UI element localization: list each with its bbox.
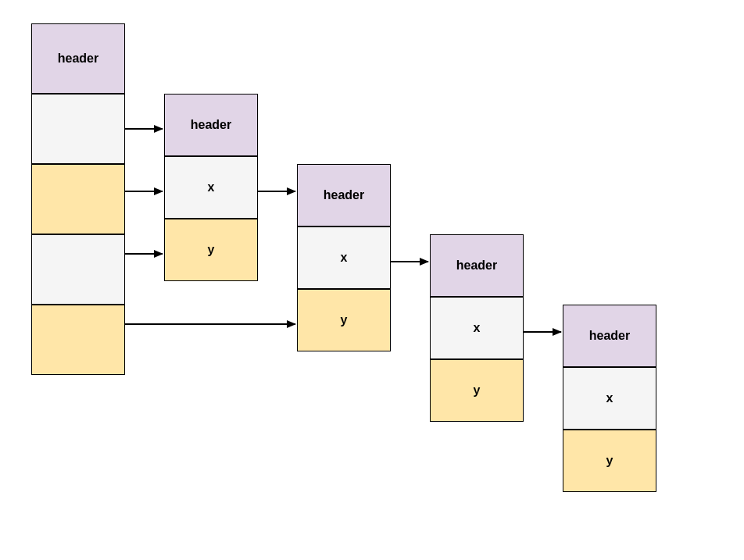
node1-header: header [164,94,258,156]
cell-label: header [589,329,630,343]
left-col-slot-1 [31,94,125,164]
node2-header: header [297,164,391,226]
cell-label: y [474,383,481,398]
node3-x: x [430,297,524,359]
left-col-slot-4 [31,305,125,375]
node1-y: y [164,219,258,281]
left-col-slot-2 [31,164,125,234]
cell-label: y [341,313,348,327]
node4-header: header [563,305,656,367]
cell-label: x [606,391,613,405]
node4-y: y [563,430,656,492]
node2-y: y [297,289,391,351]
node4-x: x [563,367,656,430]
node3-header: header [430,234,524,297]
cell-label: header [456,259,497,273]
cell-label: x [341,251,348,265]
cell-label: x [474,321,481,335]
left-col-slot-3 [31,234,125,305]
left-col-header: header [31,23,125,94]
cell-label: x [208,180,215,194]
cell-label: header [58,52,98,66]
node1-x: x [164,156,258,219]
node2-x: x [297,226,391,289]
cell-label: header [324,188,364,202]
diagram-canvas: header header x y header x y header x y … [0,0,744,560]
node3-y: y [430,359,524,422]
cell-label: header [191,118,231,132]
cell-label: y [606,454,613,468]
cell-label: y [208,243,215,257]
